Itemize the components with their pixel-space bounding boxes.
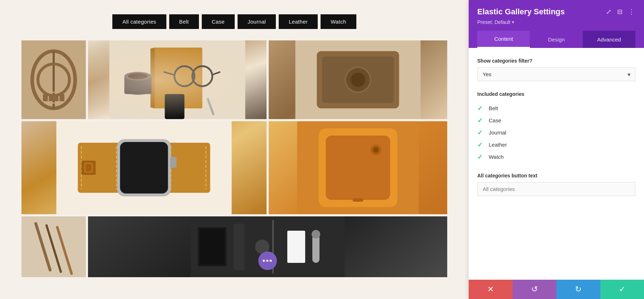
redo-icon: ↻ bbox=[575, 285, 581, 294]
svg-rect-5 bbox=[109, 40, 245, 119]
cancel-button[interactable]: ✕ bbox=[469, 280, 513, 299]
three-dots-button[interactable]: ••• bbox=[258, 251, 277, 270]
gallery-item-case[interactable] bbox=[269, 40, 447, 119]
svg-line-15 bbox=[164, 72, 174, 75]
panel-tabs: Content Design Advanced bbox=[477, 31, 635, 48]
svg-line-16 bbox=[213, 72, 220, 75]
redo-button[interactable]: ↻ bbox=[556, 280, 600, 299]
gallery-item-cleaning-kit[interactable]: ••• bbox=[88, 216, 447, 277]
all-categories-input[interactable] bbox=[477, 182, 635, 196]
svg-rect-49 bbox=[234, 224, 244, 270]
show-categories-select-wrapper: Yes No bbox=[477, 67, 635, 81]
panel-body: Show categories filter? Yes No Included … bbox=[469, 48, 644, 280]
category-label-belt: Belt bbox=[489, 105, 498, 111]
belt-image bbox=[21, 40, 86, 119]
category-label-leather: Leather bbox=[489, 142, 507, 148]
svg-rect-38 bbox=[326, 136, 390, 200]
panel-preset[interactable]: Preset: Default bbox=[477, 19, 635, 25]
check-icon-journal: ✓ bbox=[477, 129, 484, 136]
columns-icon: ⊟ bbox=[617, 8, 623, 15]
svg-rect-9 bbox=[125, 76, 152, 94]
expand-icon: ⤢ bbox=[606, 8, 611, 15]
all-categories-button-label: All categories button text bbox=[477, 173, 635, 178]
svg-rect-48 bbox=[200, 229, 225, 265]
more-icon: ⋮ bbox=[628, 8, 635, 15]
panel-header: Elastic Gallery Settings ⤢ ⊟ ⋮ Preset: D… bbox=[469, 0, 644, 48]
check-icon-watch: ✓ bbox=[477, 153, 484, 160]
show-categories-select[interactable]: Yes No bbox=[477, 67, 635, 81]
included-categories-label: Included categories bbox=[477, 91, 635, 97]
category-label-case: Case bbox=[489, 117, 501, 123]
watch-image bbox=[21, 121, 267, 214]
svg-point-13 bbox=[192, 66, 213, 86]
phone-case-image bbox=[269, 121, 447, 214]
confirm-icon: ✓ bbox=[619, 285, 625, 294]
svg-rect-17 bbox=[206, 98, 215, 115]
svg-rect-52 bbox=[287, 231, 305, 263]
undo-button[interactable]: ↺ bbox=[513, 280, 557, 299]
panel-icon-group: ⤢ ⊟ ⋮ bbox=[605, 7, 635, 16]
category-item-journal: ✓ Journal bbox=[477, 126, 635, 138]
journal-image bbox=[88, 40, 267, 119]
gallery-canvas: All categories Belt Case Journal Leather… bbox=[0, 0, 469, 299]
undo-icon: ↺ bbox=[531, 285, 538, 294]
category-item-watch: ✓ Watch bbox=[477, 151, 635, 163]
panel-title-row: Elastic Gallery Settings ⤢ ⊟ ⋮ bbox=[477, 7, 635, 16]
filter-btn-watch[interactable]: Watch bbox=[321, 14, 356, 29]
svg-rect-3 bbox=[43, 94, 64, 101]
category-list: ✓ Belt ✓ Case ✓ Journal ✓ Leather ✓ Watc… bbox=[477, 102, 635, 163]
tab-content[interactable]: Content bbox=[477, 31, 530, 48]
svg-point-11 bbox=[128, 73, 148, 79]
gallery-item-journal[interactable] bbox=[88, 40, 267, 119]
category-label-journal: Journal bbox=[489, 129, 506, 136]
category-item-belt: ✓ Belt bbox=[477, 102, 635, 114]
filter-bar: All categories Belt Case Journal Leather… bbox=[21, 14, 447, 29]
filter-btn-journal[interactable]: Journal bbox=[238, 14, 276, 29]
svg-point-23 bbox=[351, 73, 365, 87]
svg-rect-18 bbox=[165, 94, 185, 119]
check-icon-belt: ✓ bbox=[477, 104, 484, 112]
check-icon-case: ✓ bbox=[477, 117, 484, 124]
svg-point-40 bbox=[373, 147, 379, 153]
case-image bbox=[269, 40, 447, 119]
filter-btn-case[interactable]: Case bbox=[202, 14, 235, 29]
svg-rect-32 bbox=[120, 142, 168, 193]
category-label-watch: Watch bbox=[489, 154, 504, 160]
confirm-button[interactable]: ✓ bbox=[600, 280, 644, 299]
tab-design[interactable]: Design bbox=[530, 31, 582, 48]
check-icon-leather: ✓ bbox=[477, 141, 484, 148]
gallery-grid: ••• bbox=[21, 40, 447, 277]
three-dots-icon: ••• bbox=[262, 257, 273, 265]
category-item-case: ✓ Case bbox=[477, 114, 635, 126]
filter-btn-leather[interactable]: Leather bbox=[279, 14, 318, 29]
cancel-icon: ✕ bbox=[487, 285, 494, 294]
tab-advanced[interactable]: Advanced bbox=[583, 31, 635, 48]
gallery-item-tools[interactable] bbox=[21, 216, 86, 277]
svg-rect-34 bbox=[82, 161, 96, 175]
category-item-leather: ✓ Leather bbox=[477, 138, 635, 151]
columns-icon-button[interactable]: ⊟ bbox=[616, 7, 623, 16]
show-categories-label: Show categories filter? bbox=[477, 58, 635, 64]
svg-point-10 bbox=[125, 72, 152, 80]
svg-rect-41 bbox=[353, 198, 364, 202]
gallery-item-phone-case[interactable] bbox=[269, 121, 447, 214]
more-icon-button[interactable]: ⋮ bbox=[628, 7, 635, 16]
expand-icon-button[interactable]: ⤢ bbox=[605, 7, 612, 16]
action-bar: ✕ ↺ ↻ ✓ bbox=[469, 280, 644, 299]
settings-panel: Elastic Gallery Settings ⤢ ⊟ ⋮ Preset: D… bbox=[469, 0, 644, 299]
tools-image bbox=[21, 216, 86, 277]
svg-rect-7 bbox=[151, 48, 155, 108]
filter-btn-all[interactable]: All categories bbox=[112, 14, 166, 29]
filter-btn-belt[interactable]: Belt bbox=[169, 14, 199, 29]
svg-rect-6 bbox=[152, 48, 203, 108]
svg-point-8 bbox=[125, 86, 152, 95]
gallery-item-watch[interactable] bbox=[21, 121, 267, 214]
panel-title: Elastic Gallery Settings bbox=[477, 7, 565, 16]
gallery-item-belt[interactable] bbox=[21, 40, 86, 119]
svg-point-12 bbox=[175, 66, 195, 86]
svg-point-54 bbox=[312, 230, 320, 239]
svg-rect-33 bbox=[170, 157, 177, 168]
